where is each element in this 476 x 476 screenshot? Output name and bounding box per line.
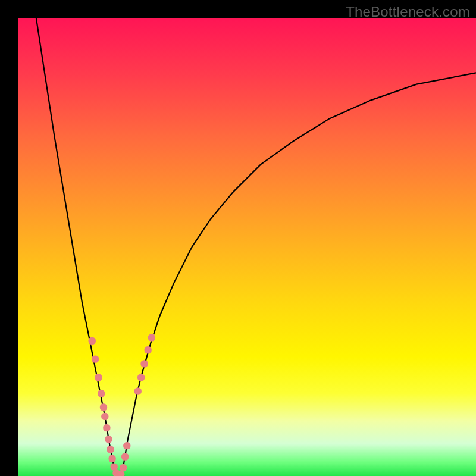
data-marker [140,360,148,367]
data-marker [100,403,107,411]
data-marker [101,413,108,420]
data-marker [123,442,130,449]
chart-svg [18,18,476,476]
data-marker [108,455,115,462]
data-marker [107,446,114,453]
data-marker [121,453,129,461]
data-marker [148,334,155,341]
data-marker [134,387,142,394]
outer-frame: TheBottleneck.com [0,0,476,476]
watermark-text: TheBottleneck.com [346,4,470,20]
data-marker [120,464,127,471]
marker-layer [89,334,155,476]
data-marker [89,337,96,345]
data-marker [95,374,102,381]
plot-area [18,18,476,476]
data-marker [98,390,105,397]
data-marker [137,374,145,381]
curve-right [121,73,476,476]
data-marker [145,346,152,353]
data-marker [105,436,112,443]
data-marker [92,355,99,362]
data-marker [103,424,110,431]
data-marker [111,463,118,470]
